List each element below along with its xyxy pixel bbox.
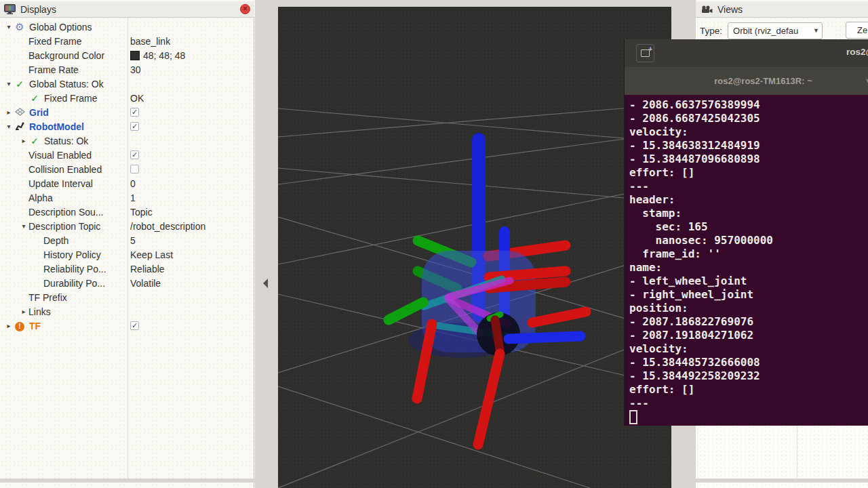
panel-splitter-handle[interactable] bbox=[263, 279, 269, 289]
bottom-panel-sliver bbox=[0, 483, 254, 488]
view-type-label: Type: bbox=[700, 26, 722, 36]
row-label: Update Interval bbox=[28, 178, 93, 189]
displays-panel-icon bbox=[4, 4, 16, 14]
tree-row[interactable]: History PolicyKeep Last bbox=[0, 247, 254, 262]
row-value[interactable]: ✓ bbox=[130, 319, 139, 333]
new-tab-button[interactable] bbox=[636, 44, 654, 62]
row-value-text: OK bbox=[130, 93, 144, 104]
tree-row[interactable]: ▾Description Topic/robot_description bbox=[0, 219, 254, 233]
row-value-text: Topic bbox=[130, 207, 153, 218]
tree-row[interactable]: Description Sou...Topic bbox=[0, 205, 254, 219]
bottom-panel-sliver-right bbox=[698, 483, 868, 488]
terminal-tabbar[interactable]: ros2@ros2-TM1613R: ~ ▼ bbox=[625, 67, 868, 95]
tree-row[interactable]: Depth5 bbox=[0, 233, 254, 247]
row-value-text: 0 bbox=[130, 178, 136, 189]
tree-row[interactable]: ✓Fixed FrameOK bbox=[0, 91, 254, 105]
tree-row[interactable]: ▾RobotModel✓ bbox=[0, 119, 254, 134]
check-icon: ✓ bbox=[31, 93, 39, 104]
expander-right-icon[interactable]: ▸ bbox=[4, 322, 14, 329]
tree-row[interactable]: ▾⚙Global Options bbox=[0, 20, 254, 34]
tree-row[interactable]: ▸Links bbox=[0, 304, 254, 319]
row-value[interactable]: base_link bbox=[130, 34, 170, 48]
row-value[interactable]: 48; 48; 48 bbox=[130, 48, 185, 62]
tree-row[interactable]: Frame Rate30 bbox=[0, 62, 254, 77]
row-value[interactable]: OK bbox=[130, 91, 144, 105]
row-icon-slot: ✓ bbox=[28, 136, 41, 146]
tree-row[interactable]: Visual Enabled✓ bbox=[0, 148, 254, 162]
views-toolbar: Type: Orbit (rviz_defau ▼ Ze bbox=[696, 19, 868, 42]
tree-row[interactable]: Collision Enabled bbox=[0, 162, 254, 176]
row-value-text: base_link bbox=[130, 36, 170, 47]
row-value[interactable]: Keep Last bbox=[130, 247, 173, 262]
row-label: Frame Rate bbox=[28, 64, 79, 75]
tree-row[interactable]: Background Color48; 48; 48 bbox=[0, 48, 254, 62]
tree-row[interactable]: ▾✓Global Status: Ok bbox=[0, 77, 254, 91]
row-value[interactable]: Topic bbox=[130, 205, 153, 219]
tree-row[interactable]: Alpha1 bbox=[0, 190, 254, 205]
tree-row[interactable]: TF Prefix bbox=[0, 290, 254, 304]
row-value-text: /robot_description bbox=[130, 221, 205, 232]
row-value[interactable]: 5 bbox=[130, 233, 136, 247]
row-label: Fixed Frame bbox=[28, 36, 82, 47]
views-panel-icon bbox=[701, 5, 713, 14]
row-value[interactable]: /robot_description bbox=[130, 219, 205, 233]
displays-panel-titlebar[interactable]: Displays ✕ bbox=[0, 1, 254, 18]
view-type-dropdown[interactable]: Orbit (rviz_defau ▼ bbox=[728, 22, 823, 39]
row-value[interactable]: Volatile bbox=[130, 276, 161, 290]
color-swatch bbox=[130, 51, 140, 60]
row-label: Depth bbox=[43, 235, 68, 246]
row-value-text: Reliable bbox=[130, 264, 165, 274]
row-label: Global Status: Ok bbox=[29, 79, 104, 89]
row-label: Grid bbox=[29, 107, 49, 118]
row-value-text: 48; 48; 48 bbox=[143, 50, 185, 61]
tab-list-chevron-icon[interactable]: ▼ bbox=[865, 77, 868, 84]
robot-model bbox=[389, 140, 586, 445]
checkbox-unchecked[interactable] bbox=[130, 165, 139, 174]
row-label: RobotModel bbox=[29, 121, 84, 132]
terminal-output: - 2086.6637576389994 - 2086.668742504230… bbox=[625, 95, 868, 410]
views-panel-titlebar[interactable]: Views bbox=[696, 1, 868, 18]
displays-panel-title: Displays bbox=[20, 4, 240, 15]
row-icon-slot: ⚙ bbox=[14, 22, 26, 32]
row-value[interactable] bbox=[130, 162, 139, 176]
tree-row[interactable]: ▸Grid✓ bbox=[0, 105, 254, 119]
checkbox-checked[interactable]: ✓ bbox=[130, 108, 139, 117]
row-value[interactable]: 0 bbox=[130, 176, 136, 190]
row-label: Status: Ok bbox=[44, 136, 88, 146]
row-icon-slot: ✓ bbox=[14, 79, 26, 89]
tree-row[interactable]: ▸!TF✓ bbox=[0, 319, 254, 333]
terminal-window-title: ros2@ bbox=[846, 47, 868, 57]
row-value[interactable]: ✓ bbox=[130, 119, 139, 134]
3d-viewport[interactable] bbox=[278, 7, 671, 488]
expander-right-icon[interactable]: ▸ bbox=[19, 308, 28, 315]
expander-down-icon[interactable]: ▾ bbox=[19, 222, 28, 230]
terminal-window[interactable]: ros2@ ros2@ros2-TM1613R: ~ ▼ - 2086.6637… bbox=[624, 39, 868, 426]
zero-button[interactable]: Ze bbox=[846, 22, 868, 39]
row-label: Links bbox=[28, 306, 51, 317]
row-label: Description Sou... bbox=[28, 207, 104, 218]
row-value[interactable]: Reliable bbox=[130, 262, 165, 276]
tree-row[interactable]: Reliability Po...Reliable bbox=[0, 262, 254, 276]
row-value[interactable]: ✓ bbox=[130, 148, 139, 162]
expander-down-icon[interactable]: ▾ bbox=[4, 123, 14, 130]
checkbox-checked[interactable]: ✓ bbox=[130, 122, 139, 131]
expander-down-icon[interactable]: ▾ bbox=[4, 23, 14, 30]
expander-down-icon[interactable]: ▾ bbox=[4, 80, 14, 87]
tree-row[interactable]: Fixed Framebase_link bbox=[0, 34, 254, 48]
row-label: Durability Po... bbox=[43, 278, 105, 289]
checkbox-checked[interactable]: ✓ bbox=[130, 150, 139, 159]
tree-row[interactable]: Durability Po...Volatile bbox=[0, 276, 254, 290]
row-value[interactable]: ✓ bbox=[130, 105, 139, 119]
checkbox-checked[interactable]: ✓ bbox=[130, 321, 139, 330]
displays-close-icon[interactable]: ✕ bbox=[240, 4, 250, 14]
expander-right-icon[interactable]: ▸ bbox=[4, 108, 14, 116]
row-value[interactable]: 30 bbox=[130, 62, 141, 77]
tree-row[interactable]: Update Interval0 bbox=[0, 176, 254, 190]
row-value[interactable]: 1 bbox=[130, 190, 136, 205]
tree-column-divider[interactable] bbox=[127, 18, 128, 479]
expander-right-icon[interactable]: ▸ bbox=[19, 137, 28, 144]
terminal-content[interactable]: - 2086.6637576389994 - 2086.668742504230… bbox=[625, 95, 868, 426]
terminal-headerbar[interactable]: ros2@ bbox=[625, 39, 868, 68]
terminal-tab-title[interactable]: ros2@ros2-TM1613R: ~ bbox=[714, 76, 812, 86]
tree-row[interactable]: ▸✓Status: Ok bbox=[0, 134, 254, 148]
